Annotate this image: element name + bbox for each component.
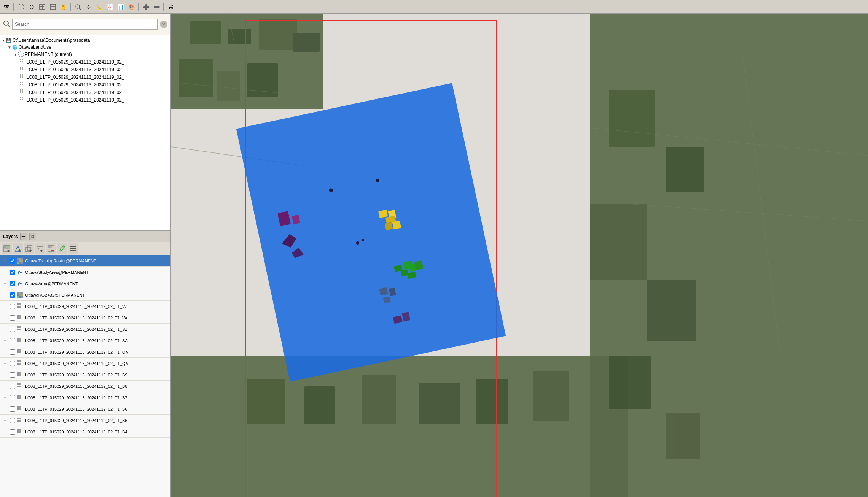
layer-checkbox-6[interactable] xyxy=(10,327,15,332)
layer-drag-handle-13: ······ xyxy=(2,407,8,411)
tree-raster-3[interactable]: LC08_L1TP_015029_20241113_20241119_02_ xyxy=(18,73,170,81)
toolbar-measure-btn[interactable]: 📐 xyxy=(94,2,104,12)
raster-file-icon-3 xyxy=(20,74,25,80)
svg-rect-88 xyxy=(17,326,19,328)
toolbar-rgb-btn[interactable]: 🎨 xyxy=(126,2,136,12)
tree-raster-5[interactable]: LC08_L1TP_015029_20241113_20241119_02_ xyxy=(18,89,170,96)
add-group-btn[interactable] xyxy=(24,243,34,254)
layers-maximize-btn[interactable]: □ xyxy=(29,233,36,240)
layer-checkbox-15[interactable] xyxy=(10,429,15,435)
layer-item-4[interactable]: ······ LC08_L1TP_015029_20241113_2024111… xyxy=(0,301,170,312)
layer-item-7[interactable]: ······ LC08_L1TP_015029_20241113_2024111… xyxy=(0,335,170,346)
tree-mapset[interactable]: ▼ PERMANENT (current) xyxy=(12,51,170,58)
add-vector-layer-btn[interactable] xyxy=(13,243,23,254)
layer-checkbox-0[interactable] xyxy=(10,258,15,264)
layers-minimize-btn[interactable]: — xyxy=(20,233,27,240)
toolbar-query-btn[interactable] xyxy=(73,2,83,12)
toolbar-zoom-layer-btn[interactable]: ⬡ xyxy=(27,2,37,12)
layer-checkbox-1[interactable] xyxy=(10,270,15,275)
layer-item-5[interactable]: ······ LC08_L1TP_015029_20241113_2024111… xyxy=(0,312,170,324)
svg-rect-56 xyxy=(50,246,52,248)
tree-raster-2[interactable]: LC08_L1TP_015029_20241113_20241119_02_ xyxy=(18,66,170,73)
svg-rect-99 xyxy=(19,351,21,353)
layer-checkbox-9[interactable] xyxy=(10,361,15,366)
edit-layer-btn[interactable] xyxy=(57,243,67,254)
svg-rect-151 xyxy=(533,371,569,421)
remove-layer-btn[interactable] xyxy=(46,243,56,254)
layer-checkbox-14[interactable] xyxy=(10,418,15,423)
layer-drag-handle-14: ······ xyxy=(2,419,8,422)
toolbar-histogram-btn[interactable]: 📊 xyxy=(116,2,126,12)
svg-rect-10 xyxy=(20,59,21,60)
layer-item-area[interactable]: ······ OttawaArea@PERMANENT xyxy=(0,278,170,289)
svg-rect-121 xyxy=(19,418,21,419)
svg-rect-11 xyxy=(22,59,23,60)
svg-rect-149 xyxy=(419,383,460,424)
svg-rect-37 xyxy=(8,246,10,248)
tree-raster-6[interactable]: LC08_L1TP_015029_20241113_20241119_02_ xyxy=(18,96,170,104)
toolbar-zoom-full-btn[interactable]: ⛶ xyxy=(16,2,26,12)
add-raster-layer-btn[interactable] xyxy=(2,243,12,254)
layer-item-6[interactable]: ······ LC08_L1TP_015029_20241113_2024111… xyxy=(0,324,170,335)
svg-rect-24 xyxy=(20,84,21,85)
layer-item-training-raster[interactable]: ······ xyxy=(0,255,170,267)
layer-checkbox-7[interactable] xyxy=(10,338,15,343)
layer-item-8[interactable]: ······ LC08_L1TP_015029_20241113_2024111… xyxy=(0,346,170,358)
svg-rect-140 xyxy=(609,90,655,147)
layer-item-15[interactable]: ······ LC08_L1TP_015029_20241113_2024111… xyxy=(0,426,170,438)
layer-properties-btn[interactable] xyxy=(68,243,78,254)
toolbar-zoom-in-btn[interactable] xyxy=(37,2,47,12)
layer-item-rgb432[interactable]: ······ xyxy=(0,289,170,301)
search-clear-button[interactable]: ✕ xyxy=(160,21,167,28)
search-input[interactable] xyxy=(12,19,158,30)
add-cmd-btn[interactable]: >_ xyxy=(35,243,45,254)
main-layout: ✕ ▼ 💾 C:\Users\annaa\Documents\grassdata… xyxy=(0,14,868,497)
layer-checkbox-4[interactable] xyxy=(10,304,15,309)
svg-rect-143 xyxy=(647,280,696,341)
tree-location[interactable]: ▼ 🌐 OttawaLandUse xyxy=(6,44,170,51)
tree-raster-4[interactable]: LC08_L1TP_015029_20241113_20241119_02_ xyxy=(18,81,170,89)
layer-item-11[interactable]: ······ LC08_L1TP_015029_20241113_2024111… xyxy=(0,381,170,392)
layer-item-14[interactable]: ······ LC08_L1TP_015029_20241113_2024111… xyxy=(0,415,170,426)
layer-checkbox-5[interactable] xyxy=(10,315,15,321)
toolbar-profile-btn[interactable]: 📈 xyxy=(105,2,115,12)
toolbar-pan-btn[interactable]: ✋ xyxy=(59,2,68,12)
svg-rect-16 xyxy=(20,68,21,70)
svg-rect-55 xyxy=(48,246,50,248)
layer-name-0: OttawaTrainingRaster@PERMANENT xyxy=(25,259,169,263)
svg-rect-20 xyxy=(20,76,21,78)
toolbar-print-btn[interactable]: 🖨 xyxy=(166,2,176,12)
svg-rect-80 xyxy=(17,303,19,305)
layer-item-12[interactable]: ······ LC08_L1TP_015029_20241113_2024111… xyxy=(0,392,170,403)
layer-checkbox-8[interactable] xyxy=(10,349,15,355)
svg-rect-117 xyxy=(19,406,21,408)
svg-rect-142 xyxy=(590,204,647,280)
layer-drag-handle-12: ······ xyxy=(2,396,8,399)
layer-type-icon-6 xyxy=(17,326,24,333)
svg-rect-110 xyxy=(17,386,19,387)
layer-type-icon-5 xyxy=(17,314,24,321)
map-area[interactable] xyxy=(171,14,868,497)
toolbar-zoom-out-btn[interactable] xyxy=(48,2,58,12)
layer-checkbox-11[interactable] xyxy=(10,384,15,389)
layer-checkbox-2[interactable] xyxy=(10,281,15,286)
layer-checkbox-10[interactable] xyxy=(10,372,15,378)
svg-point-5 xyxy=(76,5,80,8)
layer-checkbox-3[interactable] xyxy=(10,292,15,298)
tree-root[interactable]: ▼ 💾 C:\Users\annaa\Documents\grassdata xyxy=(0,37,170,44)
layer-checkbox-13[interactable] xyxy=(10,406,15,412)
toolbar-add-layer-btn[interactable]: ➕ xyxy=(141,2,151,12)
layer-name-13: LC08_L1TP_015029_20241113_20241119_02_T1… xyxy=(25,407,169,411)
location-icon: 🌐 xyxy=(12,45,18,50)
toolbar-remove-layer-btn[interactable]: ➖ xyxy=(151,2,161,12)
left-panel: ✕ ▼ 💾 C:\Users\annaa\Documents\grassdata… xyxy=(0,14,171,497)
layer-item-study-area[interactable]: ······ OttawaStudyArea@PERMANENT xyxy=(0,267,170,278)
tree-raster-1[interactable]: LC08_L1TP_015029_20241113_20241119_02_ xyxy=(18,58,170,66)
layer-item-13[interactable]: ······ LC08_L1TP_015029_20241113_2024111… xyxy=(0,403,170,415)
layer-checkbox-12[interactable] xyxy=(10,395,15,400)
svg-rect-127 xyxy=(19,431,21,433)
toolbar-map-display-btn[interactable]: 🗺 xyxy=(2,2,11,12)
toolbar-select-btn[interactable]: ⊹ xyxy=(84,2,94,12)
layer-item-9[interactable]: ······ LC08_L1TP_015029_20241113_2024111… xyxy=(0,358,170,369)
layer-item-10[interactable]: ······ LC08_L1TP_015029_20241113_2024111… xyxy=(0,369,170,381)
